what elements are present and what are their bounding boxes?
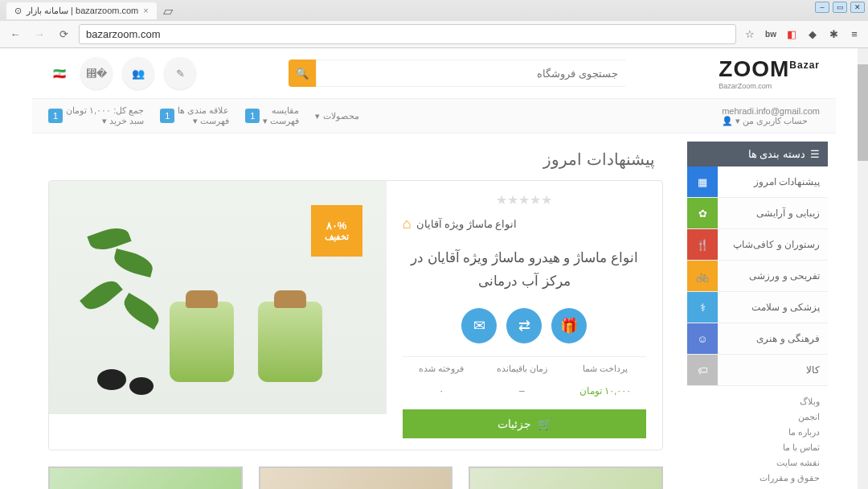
categories-header: ☰ دسته بندی ها xyxy=(687,142,828,166)
category-item[interactable]: فرهنگی و هنری☺ xyxy=(687,323,828,355)
window-controls: – ▭ ✕ xyxy=(815,2,865,13)
deal-price: ۱۰,۰۰۰ تومان xyxy=(564,380,646,401)
ext-icon[interactable]: ◆ xyxy=(805,27,820,42)
footer-link[interactable]: درباره ما xyxy=(695,425,820,440)
account-email: mehradi.info@gmail.com xyxy=(722,106,820,116)
browser-tab[interactable]: ⊙ سامانه بازار | bazarzoom.com × xyxy=(6,2,157,19)
cart-icon: 🛒 xyxy=(538,417,551,430)
users-icon[interactable]: 👥 xyxy=(122,57,154,89)
footer-link[interactable]: وبلاگ xyxy=(695,394,820,409)
tab-close-icon[interactable]: × xyxy=(143,6,148,15)
page-title: پیشنهادات امروز xyxy=(40,142,671,180)
home-icon: ⌂ xyxy=(403,216,411,232)
category-item[interactable]: رستوران و کافی‌شاپ🍴 xyxy=(687,229,828,261)
language-flag[interactable]: 🇮🇷 xyxy=(48,57,71,89)
deal-thumb[interactable] xyxy=(48,466,243,489)
cart-link[interactable]: جمع کل: ۱,۰۰۰ تومان سبد خرید ▾ 1 xyxy=(48,105,144,126)
products-menu[interactable]: محصولات ▾ xyxy=(315,105,359,126)
category-item[interactable]: کالا🏷 xyxy=(687,355,828,386)
settings-icon[interactable]: ✱ xyxy=(826,27,841,42)
rating-stars[interactable]: ★★★★★ xyxy=(403,192,646,208)
scrollbar[interactable] xyxy=(858,48,868,489)
tab-title: سامانه بازار | bazarzoom.com xyxy=(27,6,138,16)
category-icon: ✿ xyxy=(687,198,718,228)
wishlist-badge: 1 xyxy=(160,109,174,123)
category-item[interactable]: پیشنهادات امروز▦ xyxy=(687,166,828,198)
category-icon: 🍴 xyxy=(687,229,718,260)
deal-image: ۸۰% تخفیف xyxy=(49,181,387,414)
deal-title: انواع ماساژ و هیدرو ماساژ ویژه آقایان در… xyxy=(403,247,646,294)
list-icon: ☰ xyxy=(810,148,820,160)
search-button[interactable]: 🔍 xyxy=(289,60,316,87)
category-item[interactable]: تفریحی و ورزشی🚲 xyxy=(687,261,828,292)
star-icon[interactable]: ☆ xyxy=(743,27,757,42)
category-item[interactable]: زیبایی و آرایشی✿ xyxy=(687,198,828,229)
details-button[interactable]: 🛒 جزئیات xyxy=(403,409,646,438)
category-icon: 🏷 xyxy=(687,355,718,385)
footer-link[interactable]: تماس با ما xyxy=(695,440,820,455)
deal-sold: ۰ xyxy=(403,380,480,401)
address-bar[interactable]: bazarzoom.com xyxy=(79,24,736,44)
window-minimize[interactable]: – xyxy=(815,2,829,13)
deal-category[interactable]: انواع ماساژ ویژه آقایان xyxy=(416,218,518,230)
category-item[interactable]: پزشکی و سلامت⚕ xyxy=(687,292,828,323)
ext-icon[interactable]: bw xyxy=(764,27,778,42)
category-icon: 🚲 xyxy=(687,261,718,291)
ext-icon[interactable]: ◧ xyxy=(784,27,799,42)
account-menu[interactable]: حساب کاربری من ▾ 👤 xyxy=(722,116,820,126)
compare-link[interactable]: مقایسه فهرست ▾ 1 xyxy=(245,105,299,126)
logo[interactable]: ZOOMBazar BazarZoom.com xyxy=(719,56,820,90)
tab-favicon: ⊙ xyxy=(14,6,22,16)
category-icon: ▦ xyxy=(687,166,718,197)
deal-info-table: پرداخت شما زمان باقیمانده فروخته شده ۱۰,… xyxy=(403,356,646,401)
cart-badge: 1 xyxy=(48,109,63,123)
back-button[interactable]: ← xyxy=(6,26,24,43)
compare-badge: 1 xyxy=(245,109,260,123)
sitemap-icon[interactable]: �⴮ xyxy=(80,57,113,89)
retweet-button[interactable]: ⇄ xyxy=(506,308,542,343)
forward-button[interactable]: → xyxy=(31,26,48,43)
new-tab-button[interactable]: ▱ xyxy=(157,3,179,18)
discount-badge: ۸۰% تخفیف xyxy=(311,205,362,257)
search-icon: 🔍 xyxy=(296,68,309,80)
window-close[interactable]: ✕ xyxy=(850,2,865,13)
logo-subtitle: BazarZoom.com xyxy=(719,82,820,90)
category-icon: ☺ xyxy=(687,323,718,354)
edit-icon[interactable]: ✎ xyxy=(164,57,196,89)
email-button[interactable]: ✉ xyxy=(461,308,497,343)
window-maximize[interactable]: ▭ xyxy=(833,2,847,13)
deal-card: ★★★★★ انواع ماساژ ویژه آقایان ⌂ انواع ما… xyxy=(48,180,663,450)
menu-icon[interactable]: ≡ xyxy=(847,27,862,42)
gift-button[interactable]: 🎁 xyxy=(551,308,587,343)
deal-time: – xyxy=(480,380,564,401)
footer-link[interactable]: انجمن xyxy=(695,409,820,425)
deal-thumb[interactable] xyxy=(259,466,453,489)
search-input[interactable] xyxy=(316,60,626,87)
scrollbar-thumb[interactable] xyxy=(858,64,868,161)
category-icon: ⚕ xyxy=(687,292,718,323)
footer-link[interactable]: حقوق و مقررات xyxy=(695,471,820,486)
deal-thumb[interactable] xyxy=(469,466,663,489)
footer-link[interactable]: نقشه سایت xyxy=(695,455,820,471)
reload-button[interactable]: ⟳ xyxy=(55,26,72,43)
wishlist-link[interactable]: علاقه مندی ها فهرست ▾ 1 xyxy=(160,105,229,126)
user-icon: 👤 xyxy=(722,116,733,125)
